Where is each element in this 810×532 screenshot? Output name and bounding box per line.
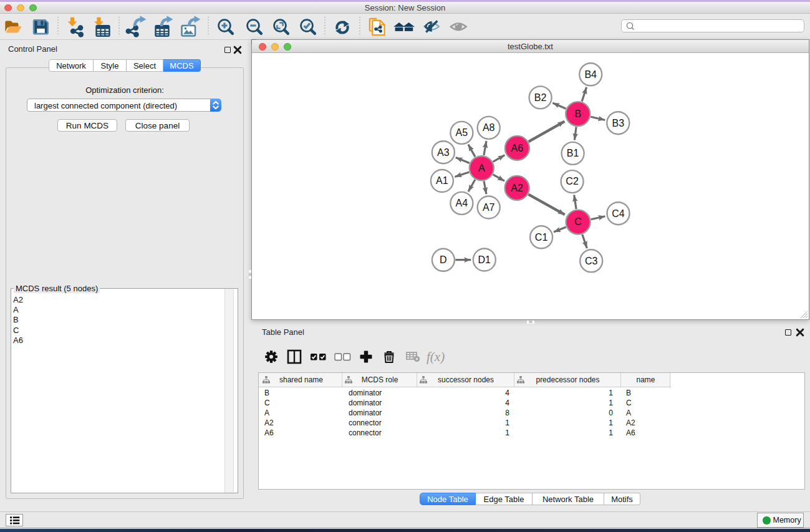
svg-text:A2: A2 [511,183,523,193]
svg-text:A3: A3 [437,147,450,158]
svg-text:C2: C2 [566,176,579,186]
svg-text:C1: C1 [535,232,548,243]
svg-text:D: D [440,254,447,265]
svg-text:C3: C3 [585,256,598,266]
svg-text:A1: A1 [436,175,448,186]
svg-text:D1: D1 [478,254,491,265]
svg-text:A6: A6 [511,143,524,153]
svg-text:B3: B3 [612,118,625,128]
svg-text:B1: B1 [567,148,579,158]
svg-text:C4: C4 [612,208,625,219]
svg-text:A5: A5 [456,127,468,138]
svg-text:B2: B2 [534,92,547,103]
svg-text:A8: A8 [483,122,495,133]
svg-text:A: A [478,163,485,173]
svg-text:f(x): f(x) [427,349,445,364]
svg-text:B4: B4 [584,69,597,80]
svg-text:B: B [574,109,581,119]
svg-text:A4: A4 [456,198,468,208]
svg-text:C: C [574,216,582,227]
svg-text:A7: A7 [483,202,495,213]
